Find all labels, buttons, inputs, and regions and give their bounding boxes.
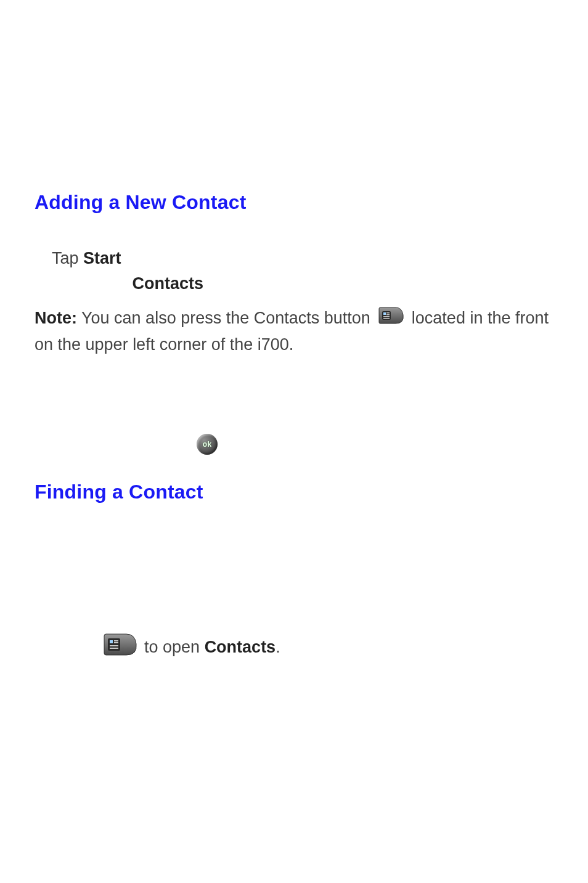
step-block: Tap Start located in the upper left corn… (35, 246, 553, 296)
step1-prefix: Tap (52, 249, 83, 267)
svg-rect-5 (383, 318, 390, 319)
ok-line: When finished, tap to save and exit. (35, 431, 553, 456)
svg-rect-8 (114, 640, 118, 641)
press-suffix: . (276, 638, 280, 656)
start-label: Start (83, 249, 121, 267)
note-before-icon: You can also press the Contacts button (77, 309, 375, 327)
ok-icon (197, 434, 218, 455)
contacts-button-icon-2 (102, 633, 137, 664)
contacts-button-icon (377, 306, 404, 332)
section-title-finding: Finding a Contact (35, 481, 553, 503)
svg-rect-3 (386, 314, 390, 315)
svg-rect-2 (386, 312, 390, 314)
step-line-1: Tap Start located in the upper left corn… (35, 246, 553, 271)
svg-rect-4 (383, 316, 390, 317)
press-line: Press to open Contacts. (35, 633, 553, 664)
note-label: Note: (35, 309, 77, 327)
manual-page: Adding a New Contact Tap Start located i… (0, 0, 588, 883)
contacts-bold: Contacts (205, 638, 276, 656)
svg-rect-1 (383, 312, 386, 315)
svg-rect-7 (110, 640, 113, 643)
svg-rect-10 (110, 645, 118, 646)
contacts-label: Contacts (133, 274, 204, 293)
step-line-2: and select Contacts from the drop down m… (35, 271, 553, 296)
note-block: Note: You can also press the Contacts bu… (35, 306, 553, 357)
svg-rect-11 (110, 648, 118, 649)
section-title-adding: Adding a New Contact (35, 191, 553, 214)
svg-rect-9 (114, 642, 118, 643)
press-mid: to open (140, 638, 205, 656)
